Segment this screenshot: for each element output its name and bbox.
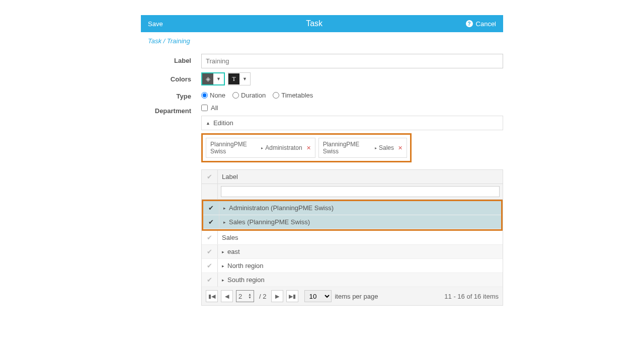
chevron-down-icon: ▼	[239, 76, 250, 81]
column-header-label[interactable]: Label	[218, 170, 503, 184]
paint-icon: ◈	[202, 73, 213, 84]
selected-rows-highlight: ✔ ▸Administraton (PlanningPME Swiss) ✔ ▸…	[202, 200, 503, 231]
cancel-button[interactable]: ? Cancel	[466, 20, 496, 28]
breadcrumb[interactable]: Task / Training	[141, 32, 503, 50]
table-row[interactable]: ✔ ▸Sales (PlanningPME Swiss)	[203, 215, 501, 229]
pager-info: 11 - 16 of 16 items	[444, 293, 499, 300]
caret-right-icon[interactable]: ▸	[223, 206, 226, 211]
department-grid: ✔ Label ✔ ▸Administraton (PlanningPME Sw…	[201, 169, 503, 306]
cancel-label: Cancel	[476, 20, 496, 28]
dialog-header: Save Task ? Cancel	[141, 15, 503, 32]
check-icon: ✔	[207, 248, 212, 255]
label-filter-input[interactable]	[221, 186, 500, 197]
check-icon: ✔	[208, 218, 214, 226]
caret-up-icon: ▲	[206, 121, 210, 126]
table-row[interactable]: ✔ ▸South region	[202, 273, 503, 287]
check-icon: ✔	[207, 262, 212, 269]
pager-last-button[interactable]: ▶▮	[286, 290, 298, 302]
label-field-label: Label	[141, 54, 201, 64]
tag-item: PlanningPME Swiss ▸ Sales ✕	[318, 138, 407, 158]
remove-tag-icon[interactable]: ✕	[398, 145, 403, 151]
table-row[interactable]: ✔ Sales	[202, 231, 503, 245]
check-icon: ✔	[207, 173, 212, 180]
select-all-checkbox[interactable]: ✔	[202, 170, 218, 184]
check-icon: ✔	[207, 276, 212, 284]
grid-pager: ▮◀ ◀ 2 ▲▼ / 2 ▶ ▶▮ 10 items per page 11 …	[202, 287, 503, 305]
pager-page-input[interactable]: 2 ▲▼	[236, 290, 254, 302]
edition-toggle[interactable]: ▲ Edition	[201, 116, 503, 130]
pager-next-button[interactable]: ▶	[271, 290, 283, 302]
table-row[interactable]: ✔ ▸east	[202, 245, 503, 259]
table-row[interactable]: ✔ ▸North region	[202, 259, 503, 273]
caret-right-icon: ▸	[375, 146, 377, 150]
caret-right-icon: ▸	[261, 146, 263, 150]
check-icon: ✔	[208, 204, 214, 212]
caret-right-icon[interactable]: ▸	[222, 249, 224, 254]
label-input[interactable]	[201, 54, 503, 68]
caret-right-icon[interactable]: ▸	[222, 263, 224, 268]
pager-first-button[interactable]: ▮◀	[206, 290, 218, 302]
background-color-picker[interactable]: ◈ ▼	[201, 72, 225, 85]
type-radio-timetables[interactable]: Timetables	[273, 92, 313, 99]
type-radio-duration[interactable]: Duration	[232, 92, 266, 99]
colors-field-label: Colors	[141, 72, 201, 83]
department-field-label: Department	[141, 104, 201, 115]
remove-tag-icon[interactable]: ✕	[306, 145, 311, 151]
stepper-icon[interactable]: ▲▼	[248, 293, 252, 299]
page-size-select[interactable]: 10	[304, 290, 332, 302]
selected-tags-box: PlanningPME Swiss ▸ Administraton ✕ Plan…	[201, 133, 412, 162]
chevron-down-icon: ▼	[213, 76, 224, 81]
department-all-checkbox[interactable]: All	[201, 104, 503, 112]
pager-prev-button[interactable]: ◀	[221, 290, 233, 302]
pager-total-pages: / 2	[259, 293, 266, 300]
save-button[interactable]: Save	[148, 20, 163, 28]
caret-right-icon[interactable]: ▸	[222, 278, 224, 283]
type-field-label: Type	[141, 89, 201, 100]
type-radio-none[interactable]: None	[201, 92, 225, 99]
help-icon[interactable]: ?	[466, 20, 473, 27]
items-per-page-label: items per page	[335, 293, 378, 300]
tag-item: PlanningPME Swiss ▸ Administraton ✕	[206, 138, 315, 158]
text-icon: T	[228, 73, 239, 84]
dialog-title: Task	[163, 19, 466, 28]
table-row[interactable]: ✔ ▸Administraton (PlanningPME Swiss)	[203, 201, 501, 215]
caret-right-icon[interactable]: ▸	[223, 220, 226, 225]
text-color-picker[interactable]: T ▼	[228, 72, 251, 85]
check-icon: ✔	[207, 234, 212, 241]
